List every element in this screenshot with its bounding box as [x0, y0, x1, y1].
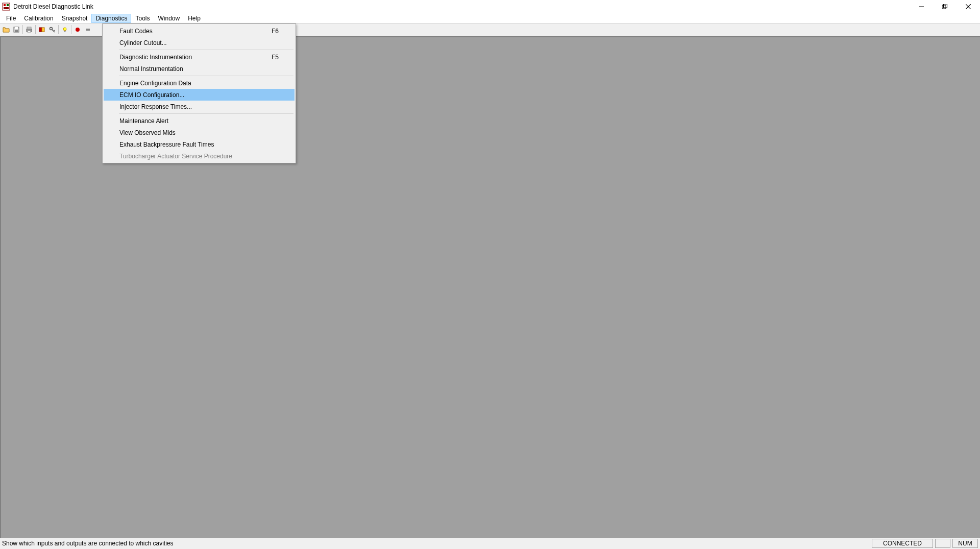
- svg-rect-5: [942, 5, 946, 9]
- svg-rect-3: [4, 7, 9, 9]
- status-right: CONNECTED NUM: [872, 539, 978, 548]
- menu-injector-response-times[interactable]: Injector Response Times...: [104, 101, 295, 112]
- menu-separator: [119, 50, 293, 50]
- menu-help[interactable]: Help: [184, 14, 205, 23]
- menu-item-label: Fault Codes: [119, 28, 153, 35]
- statusbar: Show which inputs and outputs are connec…: [0, 538, 980, 549]
- svg-rect-21: [64, 31, 66, 32]
- svg-rect-16: [42, 28, 44, 32]
- menu-item-shortcut: F5: [272, 54, 279, 61]
- menu-tools[interactable]: Tools: [131, 14, 154, 23]
- menu-turbocharger-actuator: Turbocharger Actuator Service Procedure: [104, 150, 295, 162]
- menu-cylinder-cutout[interactable]: Cylinder Cutout...: [104, 37, 295, 49]
- minimize-button[interactable]: [910, 0, 933, 13]
- menu-window[interactable]: Window: [154, 14, 184, 23]
- menu-item-label: Maintenance Alert: [119, 117, 168, 125]
- menu-item-label: Cylinder Cutout...: [119, 39, 167, 46]
- menu-file[interactable]: File: [2, 14, 20, 23]
- menu-item-label: Normal Instrumentation: [119, 65, 183, 73]
- app-icon: [2, 3, 10, 11]
- svg-rect-14: [28, 31, 31, 32]
- svg-rect-1: [4, 4, 6, 6]
- menu-item-label: Diagnostic Instrumentation: [119, 54, 192, 61]
- svg-line-19: [54, 30, 55, 31]
- menu-normal-instrumentation[interactable]: Normal Instrumentation: [104, 63, 295, 75]
- menu-ecm-io-configuration[interactable]: ECM IO Configuration...: [104, 89, 295, 101]
- connection-icon[interactable]: [37, 25, 47, 35]
- save-icon[interactable]: [11, 25, 21, 35]
- menu-diagnostic-instrumentation[interactable]: Diagnostic Instrumentation F5: [104, 51, 295, 63]
- svg-point-22: [76, 28, 80, 32]
- toolbar-separator: [35, 25, 36, 34]
- status-num: NUM: [952, 539, 978, 548]
- menu-fault-codes[interactable]: Fault Codes F6: [104, 25, 295, 37]
- svg-rect-11: [15, 30, 18, 32]
- menu-diagnostics[interactable]: Diagnostics: [91, 14, 131, 23]
- key-icon[interactable]: [47, 25, 57, 35]
- menu-maintenance-alert[interactable]: Maintenance Alert: [104, 115, 295, 127]
- svg-point-20: [63, 28, 66, 31]
- status-connected: CONNECTED: [872, 539, 933, 548]
- app-title: Detroit Diesel Diagnostic Link: [13, 3, 93, 10]
- print-icon[interactable]: [24, 25, 34, 35]
- menu-item-label: Injector Response Times...: [119, 103, 192, 110]
- svg-rect-6: [944, 4, 947, 8]
- menu-item-label: Engine Configuration Data: [119, 80, 191, 87]
- menu-item-label: View Observed Mids: [119, 129, 176, 136]
- lightbulb-icon[interactable]: [60, 25, 70, 35]
- menu-item-shortcut: F6: [272, 28, 279, 35]
- menu-item-label: Turbocharger Actuator Service Procedure: [119, 153, 232, 160]
- titlebar-left: Detroit Diesel Diagnostic Link: [2, 3, 93, 11]
- menubar: File Calibration Snapshot Diagnostics To…: [0, 13, 980, 23]
- toolbar-separator: [58, 25, 59, 34]
- menu-snapshot[interactable]: Snapshot: [58, 14, 92, 23]
- open-icon[interactable]: [1, 25, 11, 35]
- status-empty: [935, 539, 950, 548]
- menu-calibration[interactable]: Calibration: [20, 14, 57, 23]
- menu-separator: [119, 76, 293, 76]
- titlebar: Detroit Diesel Diagnostic Link: [0, 0, 980, 13]
- menu-item-label: ECM IO Configuration...: [119, 91, 184, 99]
- toolbar-separator: [71, 25, 71, 34]
- window-controls: [910, 0, 980, 13]
- menu-item-label: Exhaust Backpressure Fault Times: [119, 141, 214, 148]
- status-hint: Show which inputs and outputs are connec…: [2, 540, 174, 547]
- diagnostics-dropdown: Fault Codes F6 Cylinder Cutout... Diagno…: [102, 23, 296, 163]
- close-button[interactable]: [957, 0, 980, 13]
- svg-rect-23: [86, 29, 90, 31]
- menu-view-observed-mids[interactable]: View Observed Mids: [104, 127, 295, 138]
- svg-rect-10: [15, 27, 18, 29]
- menu-engine-configuration-data[interactable]: Engine Configuration Data: [104, 77, 295, 89]
- record-icon[interactable]: [72, 25, 83, 35]
- toolbar-separator: [22, 25, 23, 34]
- svg-rect-2: [7, 4, 9, 6]
- stop-icon[interactable]: [83, 25, 93, 35]
- menu-exhaust-backpressure[interactable]: Exhaust Backpressure Fault Times: [104, 138, 295, 150]
- maximize-button[interactable]: [933, 0, 957, 13]
- menu-separator: [119, 113, 293, 114]
- svg-rect-15: [39, 28, 42, 32]
- svg-rect-12: [27, 27, 31, 29]
